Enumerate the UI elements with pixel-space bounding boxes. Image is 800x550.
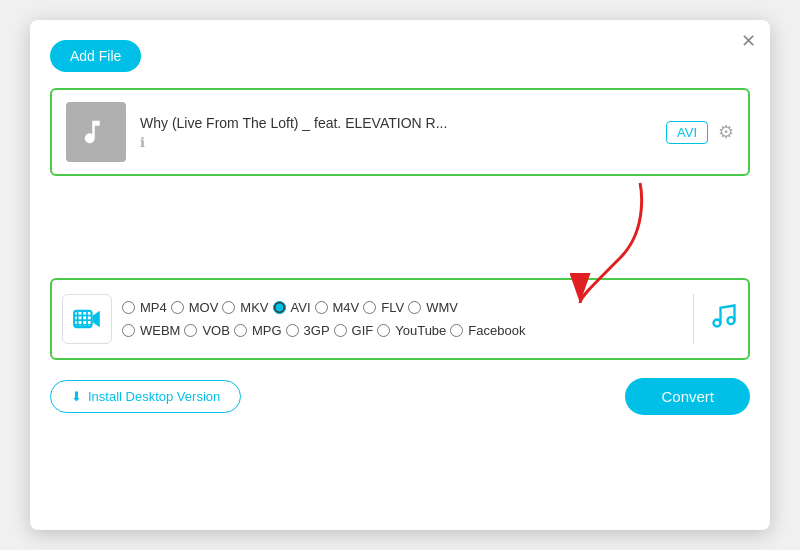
format-mpg[interactable]: MPG (234, 323, 282, 338)
format-badge[interactable]: AVI (666, 121, 708, 144)
download-icon: ⬇ (71, 389, 82, 404)
format-mp4[interactable]: MP4 (122, 300, 167, 315)
format-m4v[interactable]: M4V (315, 300, 360, 315)
svg-marker-2 (93, 311, 100, 327)
arrow-area (50, 188, 750, 278)
format-flv[interactable]: FLV (363, 300, 404, 315)
format-avi[interactable]: AVI (273, 300, 311, 315)
svg-point-9 (714, 320, 721, 327)
file-actions: AVI ⚙ (666, 121, 734, 144)
file-item: Why (Live From The Loft) _ feat. ELEVATI… (50, 88, 750, 176)
svg-point-10 (728, 317, 735, 324)
video-icon (73, 305, 101, 333)
format-mov[interactable]: MOV (171, 300, 219, 315)
format-3gp[interactable]: 3GP (286, 323, 330, 338)
gear-icon[interactable]: ⚙ (718, 121, 734, 143)
music-thumbnail (66, 102, 126, 162)
format-vob[interactable]: VOB (184, 323, 229, 338)
music-icon (81, 117, 111, 147)
format-mkv[interactable]: MKV (222, 300, 268, 315)
format-facebook[interactable]: Facebook (450, 323, 525, 338)
format-wmv[interactable]: WMV (408, 300, 458, 315)
format-webm[interactable]: WEBM (122, 323, 180, 338)
close-button[interactable]: ✕ (741, 32, 756, 50)
format-gif[interactable]: GIF (334, 323, 374, 338)
formats-row2: WEBM VOB MPG 3GP GIF YouTube Facebook (122, 323, 677, 338)
main-dialog: ✕ Add File Why (Live From The Loft) _ fe… (30, 20, 770, 530)
install-button[interactable]: ⬇ Install Desktop Version (50, 380, 241, 413)
audio-note-icon (710, 302, 738, 330)
arrow-indicator (560, 178, 680, 308)
convert-button[interactable]: Convert (625, 378, 750, 415)
file-info: Why (Live From The Loft) _ feat. ELEVATI… (140, 115, 652, 150)
info-icon: ℹ (140, 135, 145, 150)
add-file-button[interactable]: Add File (50, 40, 141, 72)
file-name: Why (Live From The Loft) _ feat. ELEVATI… (140, 115, 652, 131)
video-icon-box (62, 294, 112, 344)
audio-icon[interactable] (710, 302, 738, 336)
bottom-bar: ⬇ Install Desktop Version Convert (50, 378, 750, 415)
install-label: Install Desktop Version (88, 389, 220, 404)
vertical-divider (693, 294, 694, 344)
file-meta[interactable]: ℹ (140, 135, 652, 150)
format-youtube[interactable]: YouTube (377, 323, 446, 338)
